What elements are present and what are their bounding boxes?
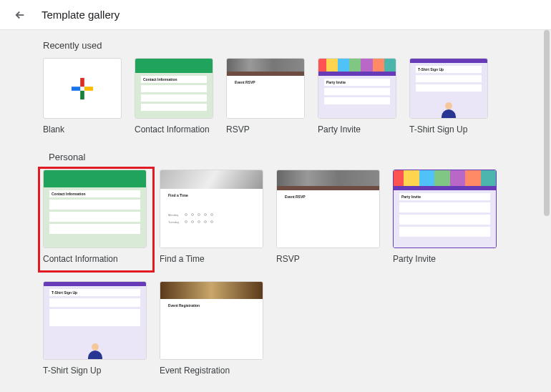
template-thumb: T-Shirt Sign Up [43,281,147,360]
app-header: Template gallery [0,0,551,30]
template-label: Party Invite [318,124,396,134]
template-thumb: Contact Information [43,170,147,248]
content-area: Recently used Blank Contact Information … [0,30,551,392]
template-tshirt[interactable]: T-Shirt Sign Up T-Shirt Sign Up [43,281,147,376]
avatar-icon [88,351,102,359]
avatar-icon [442,109,456,118]
template-thumb: Event RSVP [276,170,380,248]
section-label-personal: Personal [49,152,508,162]
svg-rect-2 [72,87,80,91]
svg-rect-3 [84,87,93,91]
template-party-invite[interactable]: Party Invite Party Invite [393,170,497,264]
template-label: Contact Information [135,124,213,134]
template-tshirt[interactable]: T-Shirt Sign Up T-Shirt Sign Up [409,58,488,134]
template-label: RSVP [226,124,305,134]
template-thumb [43,58,122,119]
template-rsvp[interactable]: Event RSVP RSVP [226,58,305,134]
scrollbar[interactable] [544,30,550,392]
template-find-a-time[interactable]: Find a TimeMondayTuesday Find a Time [160,170,263,264]
template-label: Party Invite [393,254,497,264]
personal-row-1: Contact Information Contact Information … [43,170,508,264]
page-title: Template gallery [42,9,120,21]
template-contact-info[interactable]: Contact Information Contact Information [135,58,213,134]
template-thumb: Party Invite [393,170,497,248]
template-label: RSVP [276,254,380,264]
template-event-registration[interactable]: Event Registration Event Registration [160,281,263,376]
svg-rect-1 [80,90,84,99]
template-thumb: Event Registration [160,281,263,360]
back-button[interactable] [10,5,30,25]
template-label: Find a Time [160,254,263,264]
recent-row: Blank Contact Information Contact Inform… [43,58,508,134]
template-label: T-Shirt Sign Up [43,366,147,376]
template-rsvp[interactable]: Event RSVP RSVP [276,170,380,264]
scrollbar-thumb[interactable] [544,30,550,216]
arrow-left-icon [14,9,26,21]
template-label: Event Registration [160,366,263,376]
template-thumb: Party Invite [318,58,396,119]
template-label: Blank [43,124,122,134]
template-thumb: Find a TimeMondayTuesday [160,170,263,248]
template-party-invite[interactable]: Party Invite Party Invite [318,58,396,134]
plus-icon [70,77,94,101]
template-thumb: Contact Information [135,58,213,119]
template-contact-info[interactable]: Contact Information Contact Information [43,170,147,264]
template-thumb: Event RSVP [226,58,305,119]
template-label: T-Shirt Sign Up [409,124,488,134]
personal-row-2: T-Shirt Sign Up T-Shirt Sign Up Event Re… [43,281,508,376]
section-label-recent: Recently used [43,40,508,51]
template-blank[interactable]: Blank [43,58,122,134]
svg-rect-0 [80,77,84,86]
template-thumb: T-Shirt Sign Up [409,58,488,119]
template-label: Contact Information [43,254,147,264]
